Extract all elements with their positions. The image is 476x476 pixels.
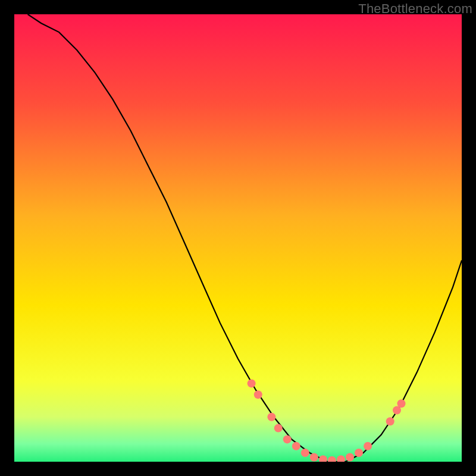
chart-canvas	[14, 14, 462, 462]
data-marker	[364, 442, 372, 450]
data-marker	[254, 390, 262, 399]
chart-frame	[14, 14, 462, 462]
data-marker	[346, 453, 354, 462]
data-marker	[292, 442, 300, 450]
data-marker	[355, 449, 363, 457]
data-marker	[386, 417, 394, 425]
data-marker	[301, 449, 309, 457]
gradient-background	[14, 14, 462, 462]
data-marker	[283, 435, 292, 443]
data-marker	[274, 424, 283, 433]
data-marker	[397, 399, 406, 408]
data-marker	[248, 379, 256, 387]
data-marker	[267, 413, 275, 421]
data-marker	[310, 453, 318, 462]
watermark-text: TheBottleneck.com	[358, 1, 472, 17]
